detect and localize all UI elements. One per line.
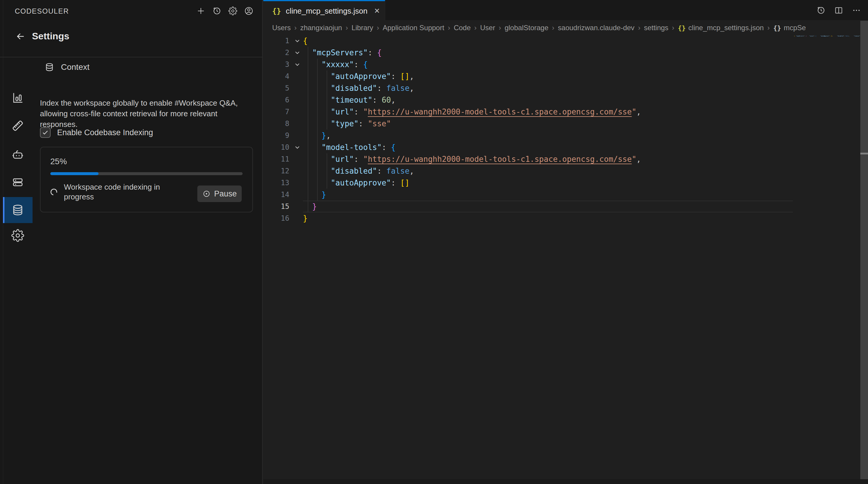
fold-spacer bbox=[291, 129, 303, 142]
rail-item-settings[interactable] bbox=[3, 222, 33, 248]
new-chat-button[interactable] bbox=[196, 6, 206, 16]
breadcrumb-item[interactable]: {}mcpSe bbox=[773, 24, 806, 32]
pause-indexing-button[interactable]: Pause bbox=[197, 185, 242, 202]
line-number: 2 bbox=[263, 47, 291, 59]
code-line-15[interactable]: 15 } bbox=[263, 201, 868, 212]
fold-chevron-down-icon[interactable] bbox=[291, 142, 303, 153]
code-line-16[interactable]: 16} bbox=[263, 212, 868, 224]
tab-label: cline_mcp_settings.json bbox=[286, 6, 367, 16]
fold-spacer bbox=[291, 212, 303, 224]
fold-spacer bbox=[291, 118, 303, 129]
history-button[interactable] bbox=[212, 6, 222, 16]
tab-cline-mcp-settings[interactable]: {} cline_mcp_settings.json ✕ bbox=[263, 0, 385, 21]
close-tab-icon[interactable]: ✕ bbox=[374, 7, 380, 15]
code-line-5[interactable]: 5 "disabled": false, bbox=[263, 82, 868, 94]
breadcrumb-item[interactable]: globalStorage bbox=[505, 24, 549, 32]
ruler-icon bbox=[11, 119, 25, 132]
breadcrumb-separator: › bbox=[377, 24, 379, 32]
fold-chevron-down-icon[interactable] bbox=[291, 35, 303, 47]
breadcrumb-item[interactable]: Application Support bbox=[382, 24, 444, 32]
json-braces-yellow-icon: {} bbox=[678, 24, 686, 32]
code-line-12[interactable]: 12 "disabled": false, bbox=[263, 165, 868, 177]
code-line-9[interactable]: 9 }, bbox=[263, 129, 868, 142]
breadcrumb-separator: › bbox=[499, 24, 501, 32]
breadcrumb-separator: › bbox=[552, 24, 554, 32]
settings-button[interactable] bbox=[228, 6, 238, 16]
breadcrumb-item[interactable]: Users bbox=[272, 24, 291, 32]
window-bottom-edge bbox=[263, 479, 868, 484]
code-line-8[interactable]: 8 "type": "sse" bbox=[263, 118, 868, 129]
rail-item-rules[interactable] bbox=[3, 113, 33, 139]
code-line-2[interactable]: 2 "mcpServers": { bbox=[263, 47, 868, 59]
progress-bar bbox=[50, 172, 243, 175]
code-line-text: "autoApprove": [], bbox=[303, 70, 414, 82]
code-line-3[interactable]: 3 "xxxxx": { bbox=[263, 59, 868, 70]
panel-title: CODESOULER bbox=[15, 7, 69, 16]
rail-item-agent[interactable] bbox=[3, 142, 33, 168]
fold-spacer bbox=[291, 70, 303, 82]
pause-button-label: Pause bbox=[214, 189, 237, 199]
arrow-left-icon bbox=[16, 31, 26, 41]
breadcrumb-item[interactable]: User bbox=[480, 24, 495, 32]
code-line-1[interactable]: 1{ bbox=[263, 35, 868, 47]
fold-spacer bbox=[291, 94, 303, 106]
code-line-4[interactable]: 4 "autoApprove": [], bbox=[263, 70, 868, 82]
more-actions-icon bbox=[852, 6, 861, 15]
server-stack-icon bbox=[11, 176, 24, 189]
enable-indexing-label: Enable Codebase Indexing bbox=[57, 128, 153, 137]
code-line-text: "autoApprove": [] bbox=[303, 177, 409, 189]
breadcrumb-item[interactable]: {}cline_mcp_settings.json bbox=[678, 24, 764, 32]
breadcrumb-item[interactable]: saoudrizwan.claude-dev bbox=[558, 24, 634, 32]
fold-chevron-down-icon[interactable] bbox=[291, 59, 303, 70]
line-number: 11 bbox=[263, 153, 291, 165]
code-editor[interactable]: 1{2 "mcpServers": {3 "xxxxx": {4 "autoAp… bbox=[263, 35, 868, 484]
progress-bar-fill bbox=[50, 172, 98, 175]
code-line-10[interactable]: 10 "model-tools": { bbox=[263, 142, 868, 153]
fold-spacer bbox=[291, 153, 303, 165]
line-number: 15 bbox=[263, 201, 291, 212]
enable-indexing-checkbox[interactable] bbox=[40, 127, 51, 138]
indexing-progress-card: 25% Workspace code indexing in progress … bbox=[40, 147, 253, 212]
editor-scrollbar[interactable] bbox=[860, 21, 868, 484]
database-icon bbox=[44, 62, 55, 72]
breadcrumb: Users›zhangxiaojun›Library›Application S… bbox=[272, 21, 867, 35]
code-line-6[interactable]: 6 "timeout": 60, bbox=[263, 94, 868, 106]
loading-spinner-icon bbox=[49, 187, 59, 197]
rail-item-servers[interactable] bbox=[3, 169, 33, 195]
breadcrumb-item[interactable]: settings bbox=[644, 24, 669, 32]
code-lines: 1{2 "mcpServers": {3 "xxxxx": {4 "autoAp… bbox=[263, 35, 868, 224]
plus-icon bbox=[196, 6, 205, 16]
fold-spacer bbox=[291, 201, 303, 212]
minimap[interactable]: { "mcpServers": { "xxxxx": { "autoApprov… bbox=[794, 35, 868, 37]
json-braces-icon: {} bbox=[272, 7, 281, 16]
gear-icon bbox=[228, 6, 237, 16]
editor-toolbar bbox=[816, 0, 862, 21]
fold-chevron-down-icon[interactable] bbox=[291, 47, 303, 59]
breadcrumb-item[interactable]: Library bbox=[351, 24, 373, 32]
code-line-13[interactable]: 13 "autoApprove": [] bbox=[263, 177, 868, 189]
breadcrumb-separator: › bbox=[767, 24, 770, 32]
rail-item-stats[interactable] bbox=[3, 85, 33, 111]
breadcrumb-separator: › bbox=[448, 24, 450, 32]
rail-item-context[interactable] bbox=[3, 197, 33, 223]
account-button[interactable] bbox=[244, 6, 254, 16]
back-button[interactable] bbox=[16, 31, 26, 41]
breadcrumb-item[interactable]: Code bbox=[454, 24, 471, 32]
scrollbar-marker bbox=[860, 153, 868, 154]
panel-header-actions bbox=[196, 6, 254, 16]
code-line-14[interactable]: 14 } bbox=[263, 189, 868, 201]
code-line-text: { bbox=[303, 35, 308, 47]
line-number: 7 bbox=[263, 106, 291, 118]
code-line-11[interactable]: 11 "url": "https://u-wanghh2000-model-to… bbox=[263, 153, 868, 165]
split-editor-button[interactable] bbox=[834, 5, 844, 16]
timeline-history-button[interactable] bbox=[816, 5, 826, 16]
code-line-text: } bbox=[303, 189, 326, 201]
code-line-text: "url": "https://u-wanghh2000-model-tools… bbox=[303, 153, 641, 165]
history-icon bbox=[816, 6, 826, 15]
breadcrumb-item[interactable]: zhangxiaojun bbox=[300, 24, 342, 32]
line-number: 16 bbox=[263, 212, 291, 224]
more-actions-button[interactable] bbox=[851, 5, 862, 16]
code-line-7[interactable]: 7 "url": "https://u-wanghh2000-model-too… bbox=[263, 106, 868, 118]
code-line-text: "type": "sse" bbox=[303, 118, 391, 129]
line-number: 6 bbox=[263, 94, 291, 106]
